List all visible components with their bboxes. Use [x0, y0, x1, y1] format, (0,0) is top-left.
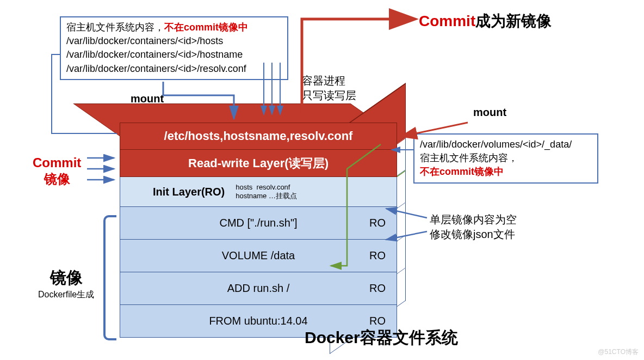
arrows-svg — [0, 0, 644, 360]
svg-line-6 — [386, 209, 427, 218]
svg-line-7 — [386, 231, 427, 240]
